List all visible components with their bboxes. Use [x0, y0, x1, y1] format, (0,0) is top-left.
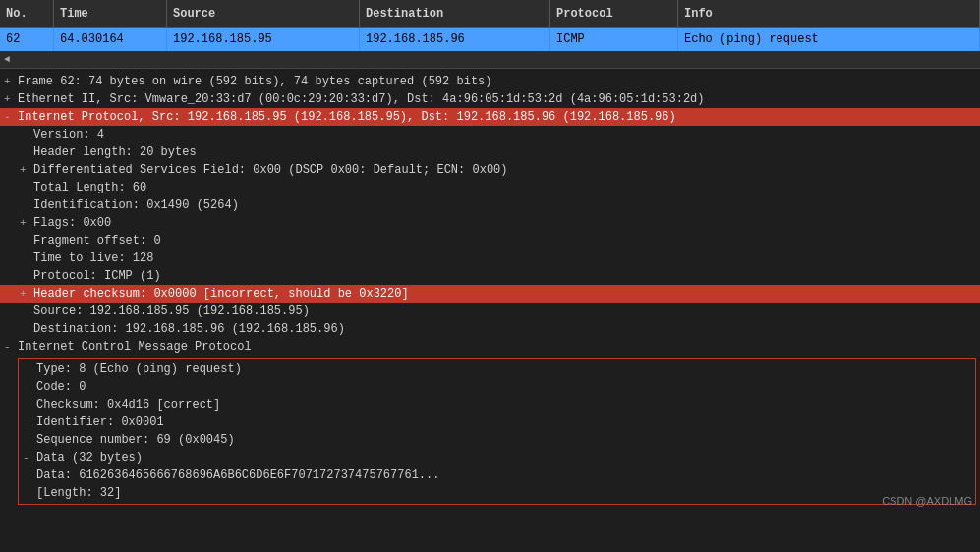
- icmp-detail-line-icmp-data-val[interactable]: Data: 6162636465666768696A6B6C6D6E6F7071…: [23, 467, 971, 484]
- detail-line-frame[interactable]: +Frame 62: 74 bytes on wire (592 bits), …: [0, 73, 980, 90]
- detail-line-dsfield[interactable]: +Differentiated Services Field: 0x00 (DS…: [0, 161, 980, 179]
- detail-line-hdrlen[interactable]: Header length: 20 bytes: [0, 143, 980, 161]
- detail-line-ipsrc[interactable]: Source: 192.168.185.95 (192.168.185.95): [0, 303, 980, 320]
- expander-icmp-data-hdr[interactable]: -: [23, 450, 36, 466]
- icmp-detail-line-icmp-ident[interactable]: Identifier: 0x0001: [23, 414, 971, 431]
- icmp-detail-line-icmp-seq[interactable]: Sequence number: 69 (0x0045): [23, 431, 971, 449]
- icmp-text-icmp-checksum: Checksum: 0x4d16 [correct]: [36, 397, 220, 413]
- icmp-detail-line-icmp-code[interactable]: Code: 0: [23, 378, 971, 396]
- scroll-left-icon[interactable]: ◄: [4, 54, 10, 65]
- detail-panel: +Frame 62: 74 bytes on wire (592 bits), …: [0, 69, 980, 511]
- detail-line-ethernet[interactable]: +Ethernet II, Src: Vmware_20:33:d7 (00:0…: [0, 90, 980, 108]
- icmp-detail-line-icmp-checksum[interactable]: Checksum: 0x4d16 [correct]: [23, 396, 971, 414]
- detail-line-version[interactable]: Version: 4: [0, 126, 980, 143]
- col-header-protocol: Protocol: [550, 0, 678, 27]
- detail-line-ident[interactable]: Identification: 0x1490 (5264): [0, 196, 980, 214]
- detail-text-checksum: Header checksum: 0x0000 [incorrect, shou…: [33, 286, 409, 302]
- detail-text-fragoff: Fragment offset: 0: [33, 233, 161, 248]
- icmp-text-icmp-type: Type: 8 (Echo (ping) request): [36, 361, 242, 377]
- expander-frame[interactable]: +: [4, 74, 18, 89]
- col-header-time: Time: [54, 0, 167, 27]
- detail-text-ipdst: Destination: 192.168.185.96 (192.168.185…: [33, 321, 345, 337]
- detail-text-dsfield: Differentiated Services Field: 0x00 (DSC…: [33, 162, 507, 178]
- detail-line-ttl[interactable]: Time to live: 128: [0, 249, 980, 267]
- expander-dsfield[interactable]: +: [20, 162, 33, 178]
- expander-ethernet[interactable]: +: [4, 91, 18, 107]
- detail-text-flags: Flags: 0x00: [33, 215, 111, 231]
- icmp-text-icmp-seq: Sequence number: 69 (0x0045): [36, 432, 235, 448]
- detail-text-ip: Internet Protocol, Src: 192.168.185.95 (…: [18, 109, 676, 125]
- table-header: No. Time Source Destination Protocol Inf…: [0, 0, 980, 28]
- col-header-destination: Destination: [360, 0, 550, 27]
- detail-text-proto: Protocol: ICMP (1): [33, 268, 161, 284]
- detail-line-proto[interactable]: Protocol: ICMP (1): [0, 267, 980, 285]
- expander-ip[interactable]: -: [4, 109, 18, 125]
- icmp-detail-line-icmp-data-len[interactable]: [Length: 32]: [23, 484, 971, 502]
- detail-line-icmp[interactable]: -Internet Control Message Protocol: [0, 338, 980, 356]
- detail-text-ident: Identification: 0x1490 (5264): [33, 197, 239, 213]
- detail-line-fragoff[interactable]: Fragment offset: 0: [0, 232, 980, 249]
- col-header-source: Source: [167, 0, 360, 27]
- icmp-text-icmp-code: Code: 0: [36, 379, 86, 395]
- packet-time: 64.030164: [54, 28, 167, 51]
- icmp-detail-line-icmp-type[interactable]: Type: 8 (Echo (ping) request): [23, 360, 971, 378]
- expander-icmp[interactable]: -: [4, 339, 18, 355]
- packet-destination: 192.168.185.96: [360, 28, 550, 51]
- detail-line-flags[interactable]: +Flags: 0x00: [0, 214, 980, 232]
- expander-checksum[interactable]: +: [20, 286, 33, 302]
- detail-line-ipdst[interactable]: Destination: 192.168.185.96 (192.168.185…: [0, 320, 980, 338]
- icmp-text-icmp-data-len: [Length: 32]: [36, 485, 121, 501]
- watermark: CSDN @AXDLMG: [882, 495, 972, 507]
- detail-text-icmp: Internet Control Message Protocol: [18, 339, 252, 355]
- detail-line-ip[interactable]: -Internet Protocol, Src: 192.168.185.95 …: [0, 108, 980, 126]
- detail-text-totlen: Total Length: 60: [33, 180, 146, 195]
- expander-flags[interactable]: +: [20, 215, 33, 231]
- icmp-detail-box: Type: 8 (Echo (ping) request)Code: 0Chec…: [18, 358, 976, 505]
- packet-row[interactable]: 62 64.030164 192.168.185.95 192.168.185.…: [0, 28, 980, 51]
- packet-info: Echo (ping) request: [678, 28, 980, 51]
- detail-text-ethernet: Ethernet II, Src: Vmware_20:33:d7 (00:0c…: [18, 91, 705, 107]
- detail-text-hdrlen: Header length: 20 bytes: [33, 144, 197, 160]
- detail-text-frame: Frame 62: 74 bytes on wire (592 bits), 7…: [18, 74, 491, 89]
- icmp-text-icmp-data-val: Data: 6162636465666768696A6B6C6D6E6F7071…: [36, 468, 439, 483]
- packet-no: 62: [0, 28, 54, 51]
- packet-protocol: ICMP: [550, 28, 678, 51]
- icmp-text-icmp-data-hdr: Data (32 bytes): [36, 450, 143, 466]
- icmp-detail-line-icmp-data-hdr[interactable]: -Data (32 bytes): [23, 449, 971, 467]
- icmp-text-icmp-ident: Identifier: 0x0001: [36, 414, 164, 430]
- detail-line-checksum[interactable]: +Header checksum: 0x0000 [incorrect, sho…: [0, 285, 980, 303]
- scroll-bar[interactable]: ◄: [0, 51, 980, 69]
- detail-text-version: Version: 4: [33, 127, 104, 142]
- col-header-info: Info: [678, 0, 980, 27]
- detail-text-ttl: Time to live: 128: [33, 250, 153, 266]
- packet-source: 192.168.185.95: [167, 28, 360, 51]
- detail-line-totlen[interactable]: Total Length: 60: [0, 179, 980, 196]
- detail-text-ipsrc: Source: 192.168.185.95 (192.168.185.95): [33, 304, 310, 319]
- col-header-no: No.: [0, 0, 54, 27]
